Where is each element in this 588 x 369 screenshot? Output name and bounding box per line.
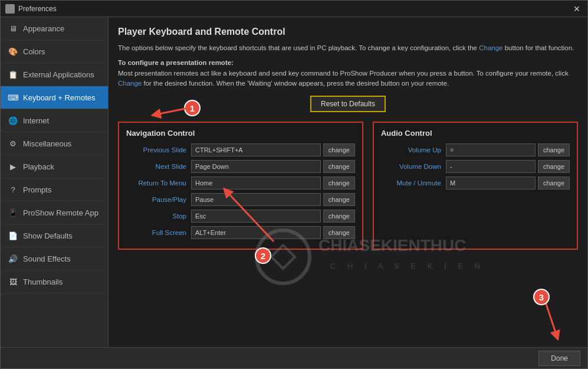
change-button[interactable]: change [323,143,355,156]
sidebar-item-label-playback: Playback [23,162,54,171]
info-text-2: To configure a presentation remote: Most… [118,58,578,89]
nav-controls: Previous SlidechangeNext SlidechangeRetu… [126,143,355,239]
nav-panel-title: Navigation Control [126,129,355,138]
control-label: Pause/Play [126,196,191,203]
window-title: Preferences [18,5,571,13]
titlebar: Preferences ✕ [1,1,587,17]
sidebar-item-label-appearance: Appearance [23,24,64,33]
audio-panel-title: Audio Control [381,129,570,138]
playback-icon: ▶ [8,161,18,172]
miscellaneous-icon: ⚙ [8,138,18,149]
control-label: Full Screen [126,229,191,236]
sidebar-item-label-proshow-remote-app: ProShow Remote App [23,208,98,217]
control-input[interactable] [446,143,536,156]
appearance-icon: 🖥 [8,23,18,34]
sidebar-item-sound-effects[interactable]: 🔊Sound Effects [1,247,108,270]
sidebar-item-label-show-defaults: Show Defaults [23,231,73,240]
control-input[interactable] [191,226,321,239]
internet-icon: 🌐 [8,115,18,126]
control-input[interactable] [446,160,536,173]
table-row: Mute / Unmutechange [381,177,570,190]
sidebar-item-colors[interactable]: 🎨Colors [1,40,108,63]
sidebar-item-label-miscellaneous: Miscellaneous [23,139,71,148]
sidebar-item-keyboard-remotes[interactable]: ⌨Keyboard + Remotes [1,86,108,109]
thumbnails-icon: 🖼 [8,276,18,287]
footer: Done [1,347,587,368]
table-row: Volume Downchange [381,160,570,173]
app-icon [5,4,15,14]
colors-icon: 🎨 [8,46,18,57]
sidebar-item-playback[interactable]: ▶Playback [1,155,108,178]
control-label: Return To Menu [126,179,191,187]
done-button[interactable]: Done [538,351,580,366]
sidebar-item-proshow-remote-app[interactable]: 📱ProShow Remote App [1,201,108,224]
control-label: Volume Up [381,146,446,154]
sidebar-item-external-applications[interactable]: 📋External Applications [1,63,108,86]
control-input[interactable] [446,177,536,190]
table-row: Full Screenchange [126,226,355,239]
prompts-icon: ? [8,184,18,195]
sidebar-item-label-sound-effects: Sound Effects [23,254,71,263]
close-button[interactable]: ✕ [571,3,583,15]
table-row: Pause/Playchange [126,193,355,206]
main-content: 🖥Appearance🎨Colors📋External Applications… [1,17,587,347]
change-button[interactable]: change [323,193,355,206]
badge-2: 2 [255,247,271,264]
sidebar-item-label-colors: Colors [23,47,45,56]
audio-panel: Audio Control Volume UpchangeVolume Down… [373,122,578,250]
reset-to-defaults-button[interactable]: Reset to Defaults [310,96,386,112]
badge-3: 3 [533,289,550,305]
control-label: Next Slide [126,163,191,170]
sidebar-item-internet[interactable]: 🌐Internet [1,109,108,132]
control-label: Volume Down [381,163,446,170]
panels-row: Navigation Control Previous SlidechangeN… [118,122,578,250]
sidebar-item-prompts[interactable]: ?Prompts [1,178,108,201]
control-input[interactable] [191,160,321,173]
table-row: Previous Slidechange [126,143,355,156]
control-label: Previous Slide [126,146,191,154]
control-input[interactable] [191,210,321,223]
show-defaults-icon: 📄 [8,230,18,241]
control-input[interactable] [191,143,321,156]
sidebar-item-show-defaults[interactable]: 📄Show Defaults [1,224,108,247]
navigation-panel: Navigation Control Previous SlidechangeN… [118,122,363,250]
sidebar-item-label-external-applications: External Applications [23,70,94,79]
svg-text:C H I A S E K I E N T H U C: C H I A S E K I E N T H U C [330,262,490,270]
change-button[interactable]: change [323,160,355,173]
svg-line-5 [545,301,557,336]
change-button[interactable]: change [538,177,570,190]
change-button[interactable]: change [538,160,570,173]
control-input[interactable] [191,177,321,190]
external-applications-icon: 📋 [8,69,18,80]
table-row: Volume Upchange [381,143,570,156]
reset-btn-row: Reset to Defaults [118,96,578,112]
proshow-remote-app-icon: 📱 [8,207,18,218]
page-title: Player Keyboard and Remote Control [118,27,578,37]
sidebar-item-label-keyboard-remotes: Keyboard + Remotes [23,93,95,102]
keyboard-remotes-icon: ⌨ [8,92,18,103]
change-button[interactable]: change [323,226,355,239]
change-button[interactable]: change [323,210,355,223]
sidebar-item-label-internet: Internet [23,116,49,125]
sidebar-item-label-thumbnails: Thumbnails [23,277,63,286]
table-row: Next Slidechange [126,160,355,173]
preferences-window: Preferences ✕ 🖥Appearance🎨Colors📋Externa… [0,0,588,369]
info-text-1: The options below specify the keyboard s… [118,43,578,53]
change-button[interactable]: change [323,177,355,190]
sidebar: 🖥Appearance🎨Colors📋External Applications… [1,17,109,347]
sidebar-item-label-prompts: Prompts [23,185,51,194]
sidebar-item-appearance[interactable]: 🖥Appearance [1,17,108,40]
table-row: Stopchange [126,210,355,223]
table-row: Return To Menuchange [126,177,355,190]
sidebar-item-thumbnails[interactable]: 🖼Thumbnails [1,270,108,293]
audio-controls: Volume UpchangeVolume DownchangeMute / U… [381,143,570,190]
control-label: Mute / Unmute [381,179,446,187]
change-button[interactable]: change [538,143,570,156]
sound-effects-icon: 🔊 [8,253,18,264]
control-label: Stop [126,213,191,220]
sidebar-item-miscellaneous[interactable]: ⚙Miscellaneous [1,132,108,155]
content-area: Player Keyboard and Remote Control The o… [109,17,587,347]
control-input[interactable] [191,193,321,206]
